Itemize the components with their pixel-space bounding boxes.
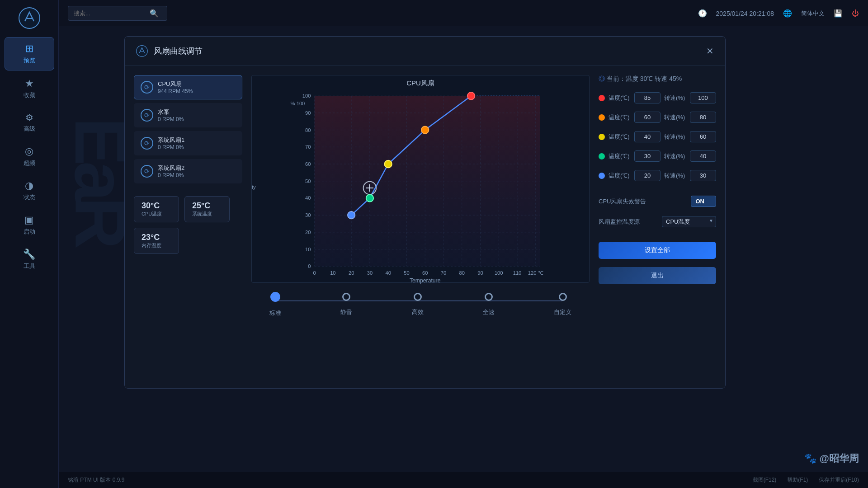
point-green[interactable] bbox=[366, 194, 373, 202]
cpu-temp-value: 30°C bbox=[142, 201, 171, 211]
point-red[interactable] bbox=[467, 92, 475, 99]
svg-text:90: 90 bbox=[305, 110, 311, 116]
temp-card-sys: 25°C 系统温度 bbox=[184, 196, 230, 222]
sidebar-label-status: 状态 bbox=[24, 193, 35, 202]
fan-item-cpu[interactable]: ⟳ CPU风扇 944 RPM 45% bbox=[134, 75, 242, 99]
preset-standard[interactable]: 标准 bbox=[269, 292, 281, 317]
cpu-temp-label: CPU温度 bbox=[142, 211, 171, 217]
fan-sys2-info: 系统风扇2 0 RPM 0% bbox=[158, 164, 236, 178]
fan-item-sys1[interactable]: ⟳ 系统风扇1 0 RPM 0% bbox=[134, 131, 242, 155]
point-yellow[interactable] bbox=[385, 160, 392, 168]
sys-temp-value: 25°C bbox=[192, 201, 222, 211]
fan-curve-svg: 100 90 80 70 60 50 40 30 20 10 0 bbox=[252, 91, 589, 285]
current-status: ◎ 当前：温度 30℃ 转速 45% bbox=[599, 75, 716, 83]
preset-full[interactable]: 全速 bbox=[483, 293, 495, 316]
right-panel: ◎ 当前：温度 30℃ 转速 45% 温度(℃) 转速(%) 温度(℃) 转速(… bbox=[599, 75, 716, 317]
svg-text:60: 60 bbox=[305, 161, 311, 167]
sys-temp-label: 系统温度 bbox=[192, 211, 222, 217]
temp-row-2: 温度(℃) 转速(%) bbox=[599, 131, 716, 142]
svg-text:70: 70 bbox=[441, 270, 446, 276]
fan-fail-warning-toggle[interactable]: ON bbox=[691, 196, 717, 207]
fan-fail-warning-label: CPU风扇失效警告 bbox=[599, 197, 686, 206]
fan-sys2-name: 系统风扇2 bbox=[158, 164, 236, 172]
svg-text:100: 100 bbox=[302, 93, 311, 99]
preset-dot-efficient bbox=[414, 293, 422, 301]
fan-sys2-stats: 0 RPM 0% bbox=[158, 172, 236, 178]
preset-label-full: 全速 bbox=[483, 308, 495, 316]
temp-row-3: 温度(℃) 转速(%) bbox=[599, 150, 716, 162]
app-logo bbox=[16, 5, 43, 32]
sidebar-item-tools[interactable]: 🔧 工具 bbox=[5, 243, 54, 276]
svg-text:60: 60 bbox=[422, 270, 428, 276]
sidebar-item-advanced[interactable]: ⚙ 高级 bbox=[5, 107, 54, 138]
preset-label-efficient: 高效 bbox=[412, 308, 424, 316]
favorites-icon: ★ bbox=[25, 78, 34, 89]
statusbar-screenshot[interactable]: 截图(F12) bbox=[753, 476, 777, 484]
boot-icon: ▣ bbox=[24, 214, 34, 226]
search-box[interactable]: 🔍 bbox=[68, 6, 167, 21]
modal-close-button[interactable]: ✕ bbox=[703, 45, 716, 57]
set-all-button[interactable]: 设置全部 bbox=[599, 242, 716, 259]
fan-item-sys2[interactable]: ⟳ 系统风扇2 0 RPM 0% bbox=[134, 159, 242, 183]
fan-cpu-name: CPU风扇 bbox=[158, 80, 236, 88]
sidebar-item-boot[interactable]: ▣ 启动 bbox=[5, 209, 54, 241]
temp-input-0[interactable] bbox=[634, 92, 660, 103]
svg-text:10: 10 bbox=[305, 247, 311, 252]
tools-icon: 🔧 bbox=[23, 249, 35, 260]
speed-input-2[interactable] bbox=[690, 131, 716, 142]
speed-input-3[interactable] bbox=[690, 150, 716, 162]
svg-text:100: 100 bbox=[495, 270, 503, 276]
svg-text:90: 90 bbox=[477, 270, 483, 276]
preset-bar: 标准 静音 高效 全速 bbox=[251, 292, 590, 317]
preset-label-custom: 自定义 bbox=[554, 308, 571, 316]
power-icon[interactable]: ⏻ bbox=[852, 9, 859, 18]
fan-sys1-name: 系统风扇1 bbox=[158, 136, 236, 144]
search-input[interactable] bbox=[74, 10, 146, 17]
chart-container: CPU风扇 bbox=[251, 75, 590, 283]
statusbar-help[interactable]: 帮助(F1) bbox=[787, 476, 808, 484]
mem-temp-label: 内存温度 bbox=[142, 242, 171, 249]
fan-cpu-stats: 944 RPM 45% bbox=[158, 88, 236, 94]
sidebar-item-preview[interactable]: ⊞ 预览 bbox=[5, 37, 54, 70]
temp-input-3[interactable] bbox=[634, 150, 660, 162]
sidebar-item-overclock[interactable]: ◎ 超频 bbox=[5, 140, 54, 173]
exit-button[interactable]: 退出 bbox=[599, 267, 716, 284]
temp-input-2[interactable] bbox=[634, 131, 660, 142]
fan-list-panel: ⟳ CPU风扇 944 RPM 45% ⟳ 水泵 0 RPM 0% bbox=[134, 75, 242, 317]
svg-text:0: 0 bbox=[308, 263, 311, 269]
preset-efficient[interactable]: 高效 bbox=[412, 293, 424, 316]
fan-fail-warning-row: CPU风扇失效警告 ON bbox=[599, 196, 716, 207]
sidebar-label-favorites: 收藏 bbox=[24, 91, 35, 99]
statusbar-save-restart[interactable]: 保存并重启(F10) bbox=[819, 476, 859, 484]
fan-item-pump[interactable]: ⟳ 水泵 0 RPM 0% bbox=[134, 103, 242, 127]
temp-input-1[interactable] bbox=[634, 112, 660, 123]
svg-text:20: 20 bbox=[349, 270, 354, 276]
point-orange[interactable] bbox=[421, 126, 429, 133]
modal-title: 风扇曲线调节 bbox=[154, 46, 203, 56]
save-icon[interactable]: 💾 bbox=[834, 9, 843, 18]
svg-text:30: 30 bbox=[305, 212, 311, 218]
sidebar-item-favorites[interactable]: ★ 收藏 bbox=[5, 72, 54, 105]
topbar: 🔍 🕐 2025/01/24 20:21:08 🌐 简体中文 💾 ⏻ bbox=[59, 0, 868, 27]
temp-input-4[interactable] bbox=[634, 170, 660, 181]
preset-custom[interactable]: 自定义 bbox=[554, 293, 571, 316]
fan-curve-modal: 风扇曲线调节 ✕ ⟳ CPU风扇 944 RPM 45% ⟳ bbox=[124, 36, 726, 389]
preview-icon: ⊞ bbox=[25, 43, 33, 55]
mem-temp-value: 23°C bbox=[142, 233, 171, 242]
dot-yellow bbox=[599, 134, 605, 140]
fan-monitor-source-select[interactable]: CPU温度 系统温度 bbox=[662, 216, 716, 227]
temp-row-1: 温度(℃) 转速(%) bbox=[599, 112, 716, 123]
point-blue[interactable] bbox=[348, 211, 355, 219]
temp-row-0: 温度(℃) 转速(%) bbox=[599, 92, 716, 103]
preset-label-silent: 静音 bbox=[340, 308, 352, 316]
dot-red bbox=[599, 95, 605, 101]
speed-input-0[interactable] bbox=[690, 92, 716, 103]
current-status-icon: ◎ bbox=[599, 75, 605, 82]
sidebar-item-status[interactable]: ◑ 状态 bbox=[5, 174, 54, 207]
preset-label-standard: 标准 bbox=[269, 309, 281, 317]
speed-input-1[interactable] bbox=[690, 112, 716, 123]
sidebar: ⊞ 预览 ★ 收藏 ⚙ 高级 ◎ 超频 ◑ 状态 ▣ 启动 🔧 工具 bbox=[0, 0, 59, 488]
sidebar-label-boot: 启动 bbox=[24, 228, 35, 236]
speed-input-4[interactable] bbox=[690, 170, 716, 181]
preset-silent[interactable]: 静音 bbox=[340, 293, 352, 316]
